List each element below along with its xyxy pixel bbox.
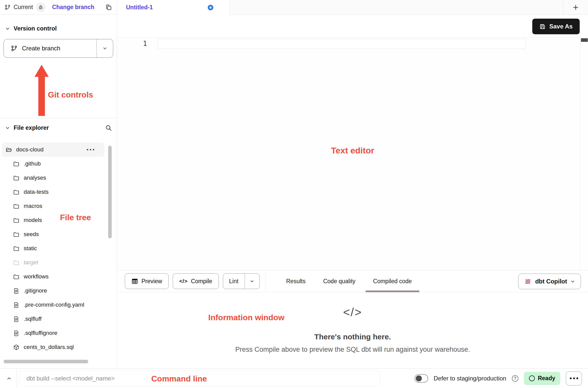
new-tab-button[interactable]: + — [563, 0, 588, 15]
command-bar: Command line Defer to staging/production… — [0, 368, 588, 388]
command-bar-divider — [17, 369, 17, 388]
model-cube-icon — [13, 344, 19, 350]
annotation-information-window: Information window — [208, 313, 284, 322]
tree-item-label: models — [24, 217, 42, 223]
chevron-down-icon — [570, 279, 575, 284]
tree-item-label: docs-cloud — [16, 146, 44, 153]
folder-icon — [13, 203, 19, 209]
dbt-ide-app: Current Change branch Version control — [0, 0, 588, 388]
compile-button[interactable]: </> Compile — [173, 273, 219, 289]
chevron-down-icon — [5, 125, 10, 131]
tree-item-label: target — [24, 259, 38, 266]
file-icon — [13, 288, 19, 294]
editor-scrollbar-thumb[interactable] — [581, 38, 588, 42]
dbt-copilot-button[interactable]: dbt Copilot — [518, 274, 581, 289]
active-line[interactable] — [158, 39, 526, 49]
version-control-title: Version control — [14, 25, 57, 32]
tab-label: Untitled-1 — [126, 4, 153, 11]
defer-label: Defer to staging/production — [434, 375, 506, 382]
tab-compiled-code[interactable]: Compiled code — [366, 270, 419, 292]
editor-toolbar: Save As — [117, 15, 588, 38]
tree-item-label: macros — [24, 203, 42, 209]
folder-icon — [13, 260, 19, 266]
git-topbar: Current Change branch — [0, 0, 117, 15]
tree-row-file[interactable]: .pre-commit-config.yaml — [2, 298, 104, 312]
sidebar-divider — [0, 118, 117, 118]
tree-row-docs-cloud[interactable]: docs-cloud — [2, 143, 104, 157]
tree-row-folder-target[interactable]: target — [2, 255, 104, 270]
tree-item-label: .pre-commit-config.yaml — [24, 302, 84, 308]
tree-item-label: .github — [24, 160, 41, 167]
version-control-header[interactable]: Version control — [0, 25, 117, 32]
dbt-copilot-logo-icon — [524, 278, 532, 285]
row-actions-menu-icon[interactable] — [87, 149, 94, 150]
annotation-text-editor: Text editor — [331, 146, 374, 155]
folder-open-icon — [6, 147, 12, 153]
file-tree-horizontal-scrollbar[interactable] — [4, 360, 88, 363]
tree-row-folder[interactable]: static — [2, 241, 104, 255]
file-tree-vertical-scrollbar[interactable] — [108, 146, 112, 238]
defer-toggle[interactable] — [415, 374, 428, 383]
more-options-button[interactable] — [566, 371, 582, 385]
ready-label: Ready — [538, 375, 555, 382]
lint-caret[interactable] — [245, 274, 259, 289]
tree-item-label: cents_to_dollars.sql — [24, 344, 74, 350]
lint-button[interactable]: Lint — [223, 274, 245, 289]
save-as-button[interactable]: Save As — [532, 19, 580, 34]
file-explorer-header[interactable]: File explorer — [0, 124, 117, 131]
folder-icon — [13, 175, 19, 181]
code-icon: </> — [179, 278, 188, 284]
search-icon[interactable] — [105, 124, 112, 131]
text-editor[interactable]: 1 Text editor — [117, 38, 588, 270]
create-branch-main[interactable]: Create branch — [4, 39, 97, 57]
tree-row-folder[interactable]: workflows — [2, 270, 104, 284]
create-branch-caret[interactable] — [97, 39, 113, 57]
expand-command-panel-button[interactable] — [4, 369, 15, 388]
tree-row-folder[interactable]: .github — [2, 157, 104, 171]
branch-lock-chip — [36, 3, 46, 12]
tree-row-file[interactable]: .sqlfluff — [2, 312, 104, 326]
folder-icon — [13, 245, 19, 252]
tree-item-label: workflows — [24, 273, 49, 280]
tab-code-quality[interactable]: Code quality — [316, 270, 363, 292]
annotation-arrow-shaft — [38, 76, 45, 116]
tree-row-model[interactable]: cents_to_dollars.sql — [2, 340, 104, 354]
copy-icon[interactable] — [106, 4, 112, 11]
create-branch-label: Create branch — [22, 45, 60, 52]
preview-button[interactable]: Preview — [125, 273, 169, 289]
editor-scrollbar-gutter — [580, 38, 580, 270]
information-window: </> Information window There's nothing h… — [117, 292, 588, 368]
empty-state-title: There's nothing here. — [117, 333, 588, 341]
tree-item-label: data-tests — [24, 189, 49, 195]
tab-untitled-1[interactable]: Untitled-1 — [117, 0, 230, 15]
results-toolbar: Preview </> Compile Lint Results Code qu… — [117, 270, 588, 292]
annotation-file-tree: File tree — [60, 213, 91, 222]
code-brackets-icon: </> — [343, 305, 362, 319]
tree-row-folder[interactable]: seeds — [2, 227, 104, 241]
file-tree: docs-cloud .github analyses data-tests m… — [2, 143, 104, 354]
lint-split-button[interactable]: Lint — [223, 273, 260, 289]
tree-row-folder[interactable]: macros — [2, 199, 104, 213]
file-icon — [13, 316, 19, 322]
file-icon — [13, 302, 19, 308]
tree-row-folder[interactable]: analyses — [2, 171, 104, 185]
tree-row-folder[interactable]: data-tests — [2, 185, 104, 199]
change-branch-link[interactable]: Change branch — [52, 4, 94, 11]
ready-status-badge: Ready — [524, 372, 560, 385]
help-icon[interactable]: ? — [512, 375, 518, 382]
tree-item-label: .sqlfluffignore — [24, 330, 57, 336]
tree-item-label: seeds — [24, 231, 39, 238]
compile-label: Compile — [191, 278, 212, 285]
git-branch-icon — [5, 4, 11, 10]
annotation-command-line: Command line — [151, 374, 207, 383]
tree-row-file[interactable]: .gitignore — [2, 284, 104, 298]
annotation-arrow-head — [35, 65, 49, 77]
line-number: 1 — [117, 40, 147, 47]
tree-row-file[interactable]: .sqlfluffignore — [2, 326, 104, 340]
tab-results[interactable]: Results — [279, 270, 313, 292]
empty-state-subtitle: Press Compile above to preview the SQL d… — [117, 346, 588, 353]
create-branch-button[interactable]: Create branch — [4, 39, 113, 58]
lock-icon — [38, 5, 43, 10]
table-icon — [131, 278, 138, 285]
save-as-label: Save As — [549, 23, 573, 30]
